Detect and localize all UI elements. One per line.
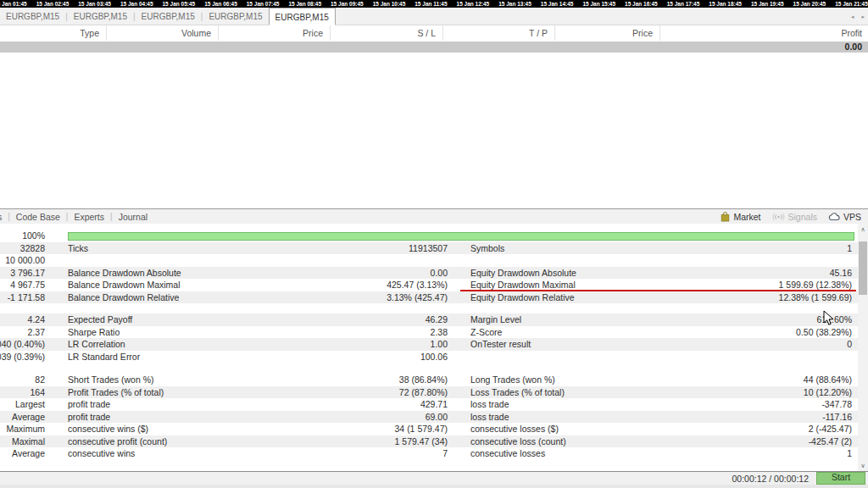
column-header-price-3[interactable]: Price [219,25,331,41]
stats-block-1: 100%32828Ticks11913507Symbols110 000.003… [0,230,858,303]
column-header-profit-7[interactable]: Profit [660,25,868,41]
stat-value: 69.00 [288,411,448,424]
window-bottom-edge [0,485,868,488]
signals-button[interactable]: Signals [772,212,817,222]
stat-row[interactable]: -1 171.58Balance Drawdown Relative3.13% … [0,291,858,304]
history-quality-progress-bar [68,232,854,241]
stat-row[interactable]: Largestprofit trade429.71loss trade-347.… [0,398,858,411]
stat-row[interactable]: Averageconsecutive wins7consecutive loss… [0,447,858,460]
time-axis-label: 15 Jan 04:45 [120,0,153,8]
time-axis-label: 15 Jan 16:45 [625,0,658,8]
chart-tab-5[interactable]: EURGBP,M15 [269,8,336,25]
stat-label: profit trade [68,398,288,411]
toolbox-separator-icon: | [110,212,113,221]
stat-value: 7 [288,447,448,460]
stat-row[interactable]: 3 796.17Balance Drawdown Absolute0.00Equ… [0,267,858,280]
stat-label: consecutive loss (count) [470,435,665,448]
stat-row[interactable]: 82Short Trades (won %)38 (86.84%)Long Tr… [0,374,858,386]
stat-row[interactable]: 2.37Sharpe Ratio2.38Z-Score0.50 (38.29%) [0,326,858,339]
stat-row[interactable]: .0040 (0.40%)LR Correlation1.00OnTester … [0,338,858,351]
tab-scroll-left-icon[interactable]: ◂ [851,14,854,20]
market-button[interactable]: Market [721,212,760,222]
stat-value: 1 [643,447,852,460]
history-quality-percent: 100% [0,230,45,242]
time-axis-label: 15 Jan 03:45 [78,0,111,8]
stat-row[interactable]: 10 000.00 [0,254,858,267]
stats-scrollbar[interactable]: ∧ ∨ [858,224,868,471]
stat-label: Balance Drawdown Relative [68,291,288,304]
scrollbar-up-icon[interactable]: ∧ [858,224,868,235]
stat-value: 2.38 [288,326,448,339]
stat-row[interactable]: Averageprofit trade69.00loss trade-117.1… [0,411,858,424]
toolbox-separator-icon: | [66,212,69,221]
tab-scroll-right-icon[interactable]: ▸ [861,14,865,20]
toolbox-tab-s[interactable]: s [0,212,2,222]
balance-row[interactable]: 0.00 [0,42,868,53]
stat-row[interactable]: 100% [0,230,858,242]
stat-label: LR Standard Error [68,351,288,363]
stat-value: 72 (87.80%) [288,386,448,399]
stat-row[interactable]: 4.24Expected Payoff46.29Margin Level612.… [0,313,858,326]
toolbox-tab-code-base[interactable]: Code Base [16,212,60,222]
stat-value: 1 [643,242,852,255]
stat-label: Symbols [470,242,665,255]
time-axis-label: 15 Jan 10:45 [373,0,406,8]
stat-value: 100.06 [288,351,448,363]
stat-label: loss trade [470,398,665,411]
tester-status-bar: 00:00:12 / 00:00:12 Start [0,471,868,485]
toolbox-tab-experts[interactable]: Experts [74,212,104,222]
stat-value: 2 (-425.47) [643,423,852,435]
stat-value: 11913507 [288,242,448,255]
time-axis-label: 15 Jan 13:45 [498,0,531,8]
column-header-type-1[interactable]: Type [0,25,107,41]
stats-block-3: 82Short Trades (won %)38 (86.84%)Long Tr… [0,374,858,460]
column-header-price-6[interactable]: Price [555,25,660,41]
stat-label: consecutive losses ($) [470,423,665,435]
stat-left-value: 164 [0,386,45,399]
stat-value: -347.78 [643,398,852,411]
stat-left-value: Average [0,411,45,424]
chart-tab-4[interactable]: EURGBP,M15 [203,8,268,25]
toolbox-services: Market Signals VPS [721,212,861,222]
stat-label: Profit Trades (% of total) [68,386,288,399]
chart-tab-3[interactable]: EURGBP,M15 [136,8,201,25]
stat-label: Margin Level [470,313,665,326]
stat-row[interactable]: 32828Ticks11913507Symbols1 [0,242,858,255]
time-axis-label: 15 Jan 02:45 [36,0,70,8]
start-button[interactable]: Start [816,472,865,485]
stat-value: 429.71 [288,398,448,411]
stat-left-value: Maximum [0,423,45,435]
column-header-tp-5[interactable]: T / P [443,25,555,41]
stat-value: 1 579.47 (34) [288,435,448,448]
chart-tab-2[interactable]: EURGBP,M15 [68,8,133,25]
stat-row[interactable]: 4 967.75Balance Drawdown Maximal425.47 (… [0,279,858,291]
stat-left-value: -1 171.58 [0,291,45,304]
stat-label: OnTester result [470,338,665,351]
toolbox-tab-journal[interactable]: Journal [119,212,147,222]
stat-row[interactable]: Maximalconsecutive profit (count)1 579.4… [0,435,858,448]
stat-left-value: Largest [0,398,45,411]
stat-left-value: 10 000.00 [0,254,45,267]
time-axis-label: 15 Jan 18:45 [709,0,742,8]
column-header-sl-4[interactable]: S / L [331,25,443,41]
column-header-volume-2[interactable]: Volume [107,25,219,41]
stat-value: 612.60% [643,313,852,326]
scrollbar-down-icon[interactable]: ∨ [858,460,868,471]
stat-value: 38 (86.84%) [288,374,448,386]
stat-left-value: .0039 (0.39%) [0,351,45,363]
stat-row[interactable]: Maximumconsecutive wins ($)34 (1 579.47)… [0,423,858,435]
chart-tab-1[interactable]: EURGBP,M15 [0,8,65,25]
stat-label: Sharpe Ratio [68,326,288,339]
chart-time-axis: 15 Jan 01:4515 Jan 02:4515 Jan 03:4515 J… [0,0,868,8]
scrollbar-thumb[interactable] [859,241,867,295]
time-axis-label: 15 Jan 08:45 [288,0,321,8]
stat-row[interactable]: 164Profit Trades (% of total)72 (87.80%)… [0,386,858,399]
stat-left-value: 82 [0,374,45,386]
stat-left-value: 4 967.75 [0,279,45,291]
vps-button[interactable]: VPS [828,212,861,222]
stat-value: 1 599.69 (12.38%) [643,279,852,291]
stat-row[interactable]: .0039 (0.39%)LR Standard Error100.06 [0,351,858,363]
market-label: Market [733,212,760,222]
stat-value: 0.50 (38.29%) [643,326,852,339]
stat-label: Equity Drawdown Maximal [470,279,665,291]
